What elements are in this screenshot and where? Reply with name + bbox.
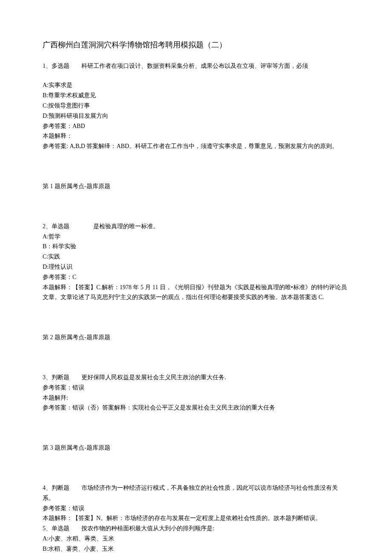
q3-header: 3、判断题 更好保障人民权益是发展社会主义民主政治的重大任务.: [43, 372, 349, 383]
q1-option-b: B:尊重学术权威意见: [43, 90, 349, 101]
q2-option-a: A:哲学: [43, 232, 349, 242]
question-3-footer: 第 3 题所属考点-题库原题: [43, 443, 349, 453]
q1-option-c: C:按领导意图行事: [43, 101, 349, 111]
q2-header: 2、单选题 是检验真理的唯一标准。: [43, 221, 349, 232]
q3-answer: 参考答案：错误: [43, 383, 349, 393]
question-1-body: A:实事求是 B:尊重学术权威意见 C:按领导意图行事 D:预测科研项目发展方向…: [43, 80, 349, 151]
q2-option-d: D:理性认识: [43, 262, 349, 272]
q4-explain-text: 本题解释：【答案】N。解析：市场经济的存在与发展在一定程度上是依赖社会性质的。故…: [43, 513, 349, 523]
question-2-footer: 第 2 题所属考点-题库原题: [43, 332, 349, 343]
q1-explain-label: 本题解释：: [43, 131, 349, 141]
q2-option-b: B：科学实验: [43, 241, 349, 252]
q1-explain-text: 参考答案: A,B,D 答案解绎：ABD。科研工作者在工作当中，须遵守实事求是，…: [43, 141, 349, 151]
q2-topic: 第 2 题所属考点-题库原题: [43, 332, 349, 343]
q5-header: 5、单选题 按农作物的种植面积最大值从大到小的排列顺序是:: [43, 523, 349, 534]
page-title: 广西柳州白莲洞洞穴科学博物馆招考聘用模拟题（二）: [43, 38, 349, 52]
q3-topic: 第 3 题所属考点-题库原题: [43, 443, 349, 453]
q5-option-a: A:小麦、水稻、蓴类、玉米: [43, 534, 349, 544]
q3-explain-text: 参考答案：错误（否）答案解释：实现社会公平正义是发展社会主义民主政治的重大任务: [43, 403, 349, 413]
q5-option-b: B:水稻、薯类、小麦、玉米: [43, 544, 349, 554]
q4-header: 4、判断题 市场经济作为一种经济运行模式，不具备独立的社会性质，因此可以说市场经…: [43, 483, 349, 503]
question-1: 1、多选题 科研工作者在项口设计、数据资料采集分析、成果公布以及在立项、评审等方…: [43, 61, 349, 71]
question-4-5: 4、判断题 市场经济作为一种经济运行模式，不具备独立的社会性质，因此可以说市场经…: [43, 483, 349, 554]
q1-option-d: D:预测科研项目发展方向: [43, 111, 349, 121]
q1-answer: 参考答案：ABD: [43, 121, 349, 131]
q3-explain-label: 本题解拜:: [43, 393, 349, 403]
q2-option-c: C:实践: [43, 252, 349, 262]
q4-answer: 参考答案：错误: [43, 503, 349, 514]
question-2: 2、单选题 是检验真理的唯一标准。 A:哲学 B：科学实验 C:实践 D:理性认…: [43, 221, 349, 302]
question-3: 3、判断题 更好保障人民权益是发展社会主义民主政治的重大任务. 参考答案：错误 …: [43, 372, 349, 413]
q2-explain-text: 本题解释：【答案】C.解析：1978 年 5 月 11 日，《光明日报》刊登题为…: [43, 282, 349, 303]
q1-topic: 第 1 题所属考点-题库原题: [43, 181, 349, 192]
question-1-footer: 第 1 题所属考点-题库原题: [43, 181, 349, 192]
q2-answer: 参考答案：C: [43, 272, 349, 282]
q1-option-a: A:实事求是: [43, 80, 349, 90]
q1-header: 1、多选题 科研工作者在项口设计、数据资料采集分析、成果公布以及在立项、评审等方…: [43, 61, 349, 71]
